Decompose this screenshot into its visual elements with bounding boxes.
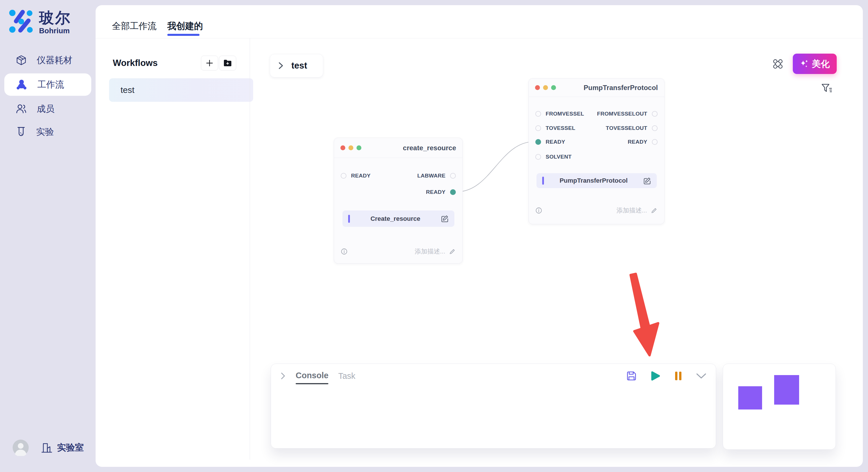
building-icon xyxy=(41,442,53,453)
sidebar-menu: 仪器耗材 工作流 xyxy=(0,49,96,143)
brand-name-zh: 玻尔 xyxy=(39,10,71,26)
brand-logo[interactable]: 玻尔 Bohrium xyxy=(9,10,71,35)
package-icon xyxy=(16,55,27,65)
sidebar-footer: 实验室 xyxy=(12,439,84,456)
sidebar-item-label: 工作流 xyxy=(37,78,64,91)
sidebar-item-label: 成员 xyxy=(37,103,55,115)
main-content: 全部工作流 我创建的 Workflows test test xyxy=(96,5,863,467)
lab-label: 实验室 xyxy=(57,442,84,453)
bohrium-logo-icon xyxy=(9,10,33,33)
workflow-icon xyxy=(16,79,27,90)
sidebar-item-workflows[interactable]: 工作流 xyxy=(4,73,91,96)
sidebar-item-label: 仪器耗材 xyxy=(37,54,72,66)
annotation-arrow xyxy=(96,5,863,467)
brand-name-en: Bohrium xyxy=(39,26,71,35)
sidebar-item-experiments[interactable]: 实验 xyxy=(0,121,96,143)
sidebar-item-members[interactable]: 成员 xyxy=(0,98,96,121)
lab-switcher[interactable]: 实验室 xyxy=(41,442,84,453)
sidebar-item-label: 实验 xyxy=(36,126,54,138)
sidebar-item-instruments[interactable]: 仪器耗材 xyxy=(0,49,96,72)
experiment-icon xyxy=(16,127,26,137)
sidebar: 玻尔 Bohrium 仪器耗材 xyxy=(0,0,96,472)
user-avatar[interactable] xyxy=(12,439,29,456)
members-icon xyxy=(16,104,27,114)
